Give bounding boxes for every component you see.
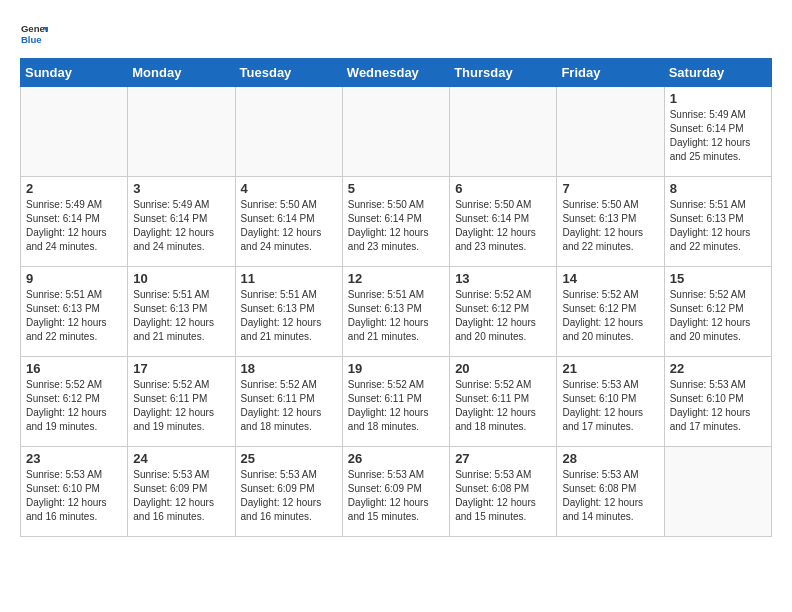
calendar-cell: 3Sunrise: 5:49 AM Sunset: 6:14 PM Daylig… [128,177,235,267]
day-info: Sunrise: 5:53 AM Sunset: 6:10 PM Dayligh… [26,468,122,524]
calendar-cell: 21Sunrise: 5:53 AM Sunset: 6:10 PM Dayli… [557,357,664,447]
calendar-cell [664,447,771,537]
weekday-header-saturday: Saturday [664,59,771,87]
day-info: Sunrise: 5:50 AM Sunset: 6:14 PM Dayligh… [348,198,444,254]
day-info: Sunrise: 5:50 AM Sunset: 6:14 PM Dayligh… [241,198,337,254]
svg-text:Blue: Blue [21,34,42,45]
logo: General Blue [20,20,48,48]
day-info: Sunrise: 5:52 AM Sunset: 6:12 PM Dayligh… [455,288,551,344]
calendar-cell: 16Sunrise: 5:52 AM Sunset: 6:12 PM Dayli… [21,357,128,447]
day-info: Sunrise: 5:53 AM Sunset: 6:10 PM Dayligh… [670,378,766,434]
day-info: Sunrise: 5:52 AM Sunset: 6:11 PM Dayligh… [133,378,229,434]
calendar-cell: 23Sunrise: 5:53 AM Sunset: 6:10 PM Dayli… [21,447,128,537]
day-info: Sunrise: 5:51 AM Sunset: 6:13 PM Dayligh… [133,288,229,344]
day-number: 7 [562,181,658,196]
weekday-header-thursday: Thursday [450,59,557,87]
day-info: Sunrise: 5:53 AM Sunset: 6:09 PM Dayligh… [133,468,229,524]
calendar-cell: 26Sunrise: 5:53 AM Sunset: 6:09 PM Dayli… [342,447,449,537]
calendar-cell: 8Sunrise: 5:51 AM Sunset: 6:13 PM Daylig… [664,177,771,267]
calendar-cell: 15Sunrise: 5:52 AM Sunset: 6:12 PM Dayli… [664,267,771,357]
calendar-cell: 1Sunrise: 5:49 AM Sunset: 6:14 PM Daylig… [664,87,771,177]
day-number: 11 [241,271,337,286]
calendar-cell: 13Sunrise: 5:52 AM Sunset: 6:12 PM Dayli… [450,267,557,357]
day-number: 23 [26,451,122,466]
calendar-cell: 10Sunrise: 5:51 AM Sunset: 6:13 PM Dayli… [128,267,235,357]
day-number: 17 [133,361,229,376]
weekday-header-row: SundayMondayTuesdayWednesdayThursdayFrid… [21,59,772,87]
day-number: 22 [670,361,766,376]
calendar-cell [342,87,449,177]
day-info: Sunrise: 5:51 AM Sunset: 6:13 PM Dayligh… [241,288,337,344]
day-number: 20 [455,361,551,376]
day-number: 24 [133,451,229,466]
day-info: Sunrise: 5:49 AM Sunset: 6:14 PM Dayligh… [670,108,766,164]
day-number: 26 [348,451,444,466]
calendar-cell [450,87,557,177]
calendar-cell: 20Sunrise: 5:52 AM Sunset: 6:11 PM Dayli… [450,357,557,447]
day-number: 5 [348,181,444,196]
calendar-cell: 6Sunrise: 5:50 AM Sunset: 6:14 PM Daylig… [450,177,557,267]
calendar-cell: 28Sunrise: 5:53 AM Sunset: 6:08 PM Dayli… [557,447,664,537]
svg-text:General: General [21,23,48,34]
calendar-cell: 2Sunrise: 5:49 AM Sunset: 6:14 PM Daylig… [21,177,128,267]
day-number: 15 [670,271,766,286]
calendar-week-2: 2Sunrise: 5:49 AM Sunset: 6:14 PM Daylig… [21,177,772,267]
day-number: 18 [241,361,337,376]
day-number: 9 [26,271,122,286]
calendar-cell: 19Sunrise: 5:52 AM Sunset: 6:11 PM Dayli… [342,357,449,447]
day-info: Sunrise: 5:49 AM Sunset: 6:14 PM Dayligh… [26,198,122,254]
day-info: Sunrise: 5:49 AM Sunset: 6:14 PM Dayligh… [133,198,229,254]
day-number: 8 [670,181,766,196]
day-number: 3 [133,181,229,196]
calendar-cell [128,87,235,177]
calendar-cell: 22Sunrise: 5:53 AM Sunset: 6:10 PM Dayli… [664,357,771,447]
day-number: 10 [133,271,229,286]
day-info: Sunrise: 5:52 AM Sunset: 6:11 PM Dayligh… [455,378,551,434]
calendar-cell [557,87,664,177]
calendar-cell: 27Sunrise: 5:53 AM Sunset: 6:08 PM Dayli… [450,447,557,537]
calendar-week-3: 9Sunrise: 5:51 AM Sunset: 6:13 PM Daylig… [21,267,772,357]
day-info: Sunrise: 5:52 AM Sunset: 6:11 PM Dayligh… [348,378,444,434]
day-info: Sunrise: 5:53 AM Sunset: 6:08 PM Dayligh… [562,468,658,524]
calendar-cell: 18Sunrise: 5:52 AM Sunset: 6:11 PM Dayli… [235,357,342,447]
calendar-cell: 4Sunrise: 5:50 AM Sunset: 6:14 PM Daylig… [235,177,342,267]
calendar-week-5: 23Sunrise: 5:53 AM Sunset: 6:10 PM Dayli… [21,447,772,537]
day-info: Sunrise: 5:53 AM Sunset: 6:10 PM Dayligh… [562,378,658,434]
weekday-header-sunday: Sunday [21,59,128,87]
day-number: 25 [241,451,337,466]
day-number: 2 [26,181,122,196]
day-info: Sunrise: 5:52 AM Sunset: 6:12 PM Dayligh… [562,288,658,344]
calendar-cell: 24Sunrise: 5:53 AM Sunset: 6:09 PM Dayli… [128,447,235,537]
day-number: 19 [348,361,444,376]
day-info: Sunrise: 5:51 AM Sunset: 6:13 PM Dayligh… [670,198,766,254]
day-number: 14 [562,271,658,286]
weekday-header-wednesday: Wednesday [342,59,449,87]
calendar-cell: 5Sunrise: 5:50 AM Sunset: 6:14 PM Daylig… [342,177,449,267]
calendar-week-1: 1Sunrise: 5:49 AM Sunset: 6:14 PM Daylig… [21,87,772,177]
calendar-cell: 17Sunrise: 5:52 AM Sunset: 6:11 PM Dayli… [128,357,235,447]
day-number: 4 [241,181,337,196]
weekday-header-tuesday: Tuesday [235,59,342,87]
calendar-cell: 25Sunrise: 5:53 AM Sunset: 6:09 PM Dayli… [235,447,342,537]
day-number: 12 [348,271,444,286]
calendar-cell: 11Sunrise: 5:51 AM Sunset: 6:13 PM Dayli… [235,267,342,357]
day-info: Sunrise: 5:52 AM Sunset: 6:12 PM Dayligh… [670,288,766,344]
day-number: 27 [455,451,551,466]
weekday-header-monday: Monday [128,59,235,87]
day-number: 6 [455,181,551,196]
day-info: Sunrise: 5:52 AM Sunset: 6:11 PM Dayligh… [241,378,337,434]
calendar-cell: 14Sunrise: 5:52 AM Sunset: 6:12 PM Dayli… [557,267,664,357]
calendar-cell [235,87,342,177]
day-info: Sunrise: 5:53 AM Sunset: 6:09 PM Dayligh… [241,468,337,524]
day-info: Sunrise: 5:53 AM Sunset: 6:09 PM Dayligh… [348,468,444,524]
weekday-header-friday: Friday [557,59,664,87]
day-info: Sunrise: 5:51 AM Sunset: 6:13 PM Dayligh… [26,288,122,344]
day-number: 21 [562,361,658,376]
calendar-cell: 7Sunrise: 5:50 AM Sunset: 6:13 PM Daylig… [557,177,664,267]
page-header: General Blue [20,20,772,48]
day-info: Sunrise: 5:53 AM Sunset: 6:08 PM Dayligh… [455,468,551,524]
day-info: Sunrise: 5:52 AM Sunset: 6:12 PM Dayligh… [26,378,122,434]
calendar-table: SundayMondayTuesdayWednesdayThursdayFrid… [20,58,772,537]
day-number: 1 [670,91,766,106]
day-info: Sunrise: 5:51 AM Sunset: 6:13 PM Dayligh… [348,288,444,344]
